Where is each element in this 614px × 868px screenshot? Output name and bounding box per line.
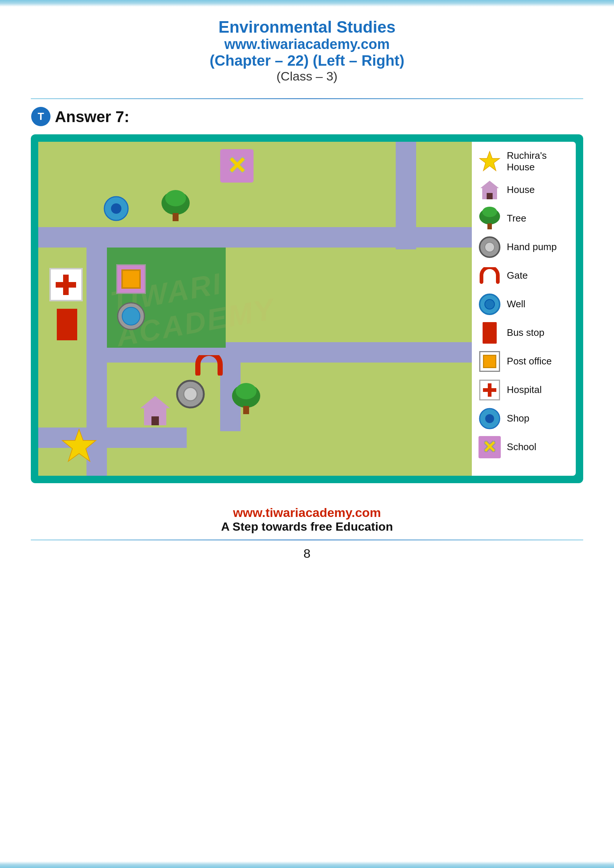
legend-hospital: Hospital: [478, 378, 570, 402]
header-url: www.tiwariacademy.com: [210, 36, 404, 52]
map-post-office-symbol: [116, 264, 146, 294]
svg-rect-15: [152, 416, 159, 425]
svg-point-3: [111, 203, 121, 214]
legend-tree: Tree: [478, 206, 570, 231]
legend-ruchiras-house: Ruchira'sHouse: [478, 149, 570, 173]
legend-house: House: [478, 178, 570, 202]
map-tree-1: [161, 190, 191, 225]
svg-rect-6: [173, 213, 178, 221]
well-icon: [478, 292, 501, 316]
gate-label: Gate: [507, 270, 527, 281]
map-bus-stop-symbol: [57, 309, 77, 340]
svg-point-8: [122, 307, 140, 325]
svg-marker-13: [140, 396, 170, 408]
bus-stop-label: Bus stop: [507, 327, 544, 338]
shop-label: Shop: [507, 413, 529, 424]
svg-marker-19: [62, 429, 96, 461]
answer-section: T Answer 7: TIWARIACADEMY: [31, 107, 583, 483]
map-outer-container: TIWARIACADEMY: [31, 134, 583, 483]
post-office-icon: [478, 349, 501, 374]
map-gate-symbol: [194, 355, 224, 377]
page-number: 8: [31, 546, 583, 561]
tree-icon: [478, 206, 501, 231]
well-label: Well: [507, 298, 525, 310]
top-gradient-bar: [0, 0, 614, 7]
footer-divider: [31, 539, 583, 540]
page-header: Environmental Studies www.tiwariacademy.…: [210, 18, 404, 84]
legend-hand-pump: Hand pump: [478, 235, 570, 259]
header-chapter: (Chapter – 22) (Left – Right): [210, 52, 404, 69]
map-area: TIWARIACADEMY: [38, 142, 472, 476]
svg-point-25: [482, 207, 497, 217]
ruchiras-house-label: Ruchira'sHouse: [507, 150, 547, 173]
svg-point-17: [236, 383, 256, 399]
svg-rect-32: [483, 388, 496, 392]
map-hospital-symbol: [50, 268, 83, 301]
header-divider: [31, 98, 583, 99]
main-title: Environmental Studies: [210, 18, 404, 36]
svg-marker-20: [480, 151, 500, 171]
svg-text:T: T: [37, 111, 44, 122]
post-office-label: Post office: [507, 355, 552, 367]
hospital-label: Hospital: [507, 384, 542, 395]
svg-point-30: [485, 299, 495, 309]
road-vertical-right: [396, 142, 416, 250]
legend-bus-stop: Bus stop: [478, 321, 570, 345]
answer-label-row: T Answer 7:: [31, 107, 583, 127]
tiwari-logo-icon: T: [31, 107, 51, 127]
svg-rect-10: [56, 282, 76, 288]
hospital-icon: [478, 378, 501, 402]
bus-stop-icon: [478, 321, 501, 345]
legend-post-office: Post office: [478, 349, 570, 374]
legend-well: Well: [478, 292, 570, 316]
footer-url: www.tiwariacademy.com: [31, 505, 583, 520]
shop-icon: [478, 406, 501, 431]
svg-rect-23: [487, 193, 493, 199]
map-shop-symbol: [103, 195, 129, 223]
school-label: School: [507, 441, 536, 453]
svg-rect-18: [243, 406, 249, 414]
map-ruchiras-house-symbol: [60, 428, 98, 466]
svg-rect-26: [487, 223, 492, 229]
map-hand-pump-symbol: [175, 379, 205, 411]
map-house-symbol: [138, 394, 172, 429]
svg-point-5: [165, 190, 186, 206]
map-inner-container: TIWARIACADEMY: [38, 142, 576, 476]
hand-pump-icon: [478, 235, 501, 259]
legend-shop: Shop: [478, 406, 570, 431]
svg-point-34: [485, 414, 494, 423]
bottom-gradient-bar: [0, 861, 614, 868]
svg-point-12: [184, 388, 197, 401]
legend-gate: Gate: [478, 264, 570, 288]
map-well-symbol: [116, 301, 146, 333]
footer-tagline: A Step towards free Education: [31, 520, 583, 534]
footer-section: www.tiwariacademy.com A Step towards fre…: [31, 505, 583, 564]
map-school-symbol: ✕: [220, 149, 254, 183]
svg-marker-21: [481, 181, 499, 188]
school-icon: ✕: [478, 435, 501, 459]
answer-heading: Answer 7:: [55, 108, 130, 126]
house-label: House: [507, 184, 535, 195]
legend-panel: Ruchira'sHouse House: [472, 142, 576, 476]
svg-point-28: [485, 242, 495, 252]
legend-school: ✕ School: [478, 435, 570, 459]
tree-label: Tree: [507, 212, 526, 224]
ruchiras-house-icon: [478, 149, 501, 173]
gate-icon: [478, 264, 501, 288]
map-tree-2: [231, 383, 261, 418]
header-class: (Class – 3): [210, 69, 404, 84]
house-icon: [478, 178, 501, 202]
hand-pump-label: Hand pump: [507, 241, 557, 253]
